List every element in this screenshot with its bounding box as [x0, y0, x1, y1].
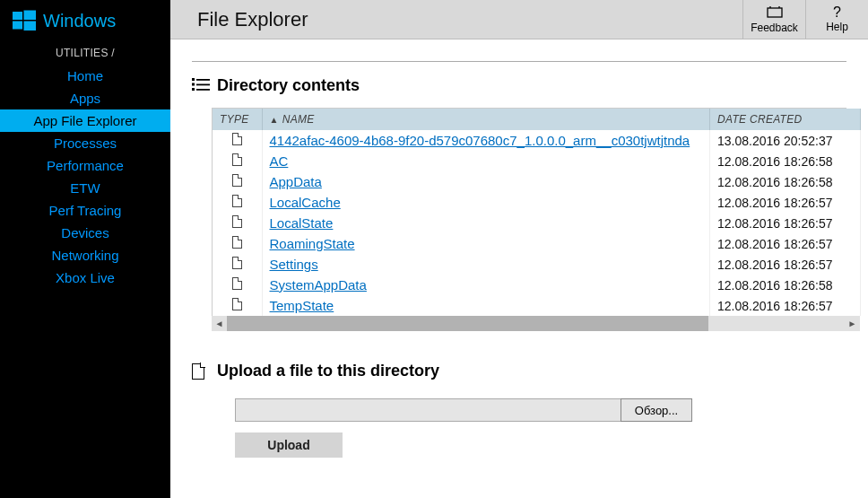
row-name-cell: LocalState — [262, 213, 710, 233]
content: Directory contents TYPE ▲NAME DATE CREAT… — [170, 39, 868, 498]
svg-rect-6 — [196, 79, 210, 81]
brand-logo: Windows — [0, 0, 170, 43]
sort-asc-icon: ▲ — [270, 115, 279, 125]
svg-rect-8 — [196, 84, 210, 86]
file-picker-row: Обзор... — [235, 398, 846, 422]
horizontal-scrollbar[interactable]: ◄ ► — [212, 316, 860, 331]
sidebar-item-xbox-live[interactable]: Xbox Live — [0, 266, 170, 289]
sidebar-item-networking[interactable]: Networking — [0, 244, 170, 266]
row-type-cell — [213, 151, 262, 171]
scroll-track[interactable] — [227, 316, 845, 331]
file-icon — [232, 298, 242, 310]
svg-rect-3 — [24, 22, 37, 31]
row-type-cell — [213, 275, 262, 295]
sidebar-item-etw[interactable]: ETW — [0, 177, 170, 199]
svg-rect-4 — [768, 8, 782, 17]
sidebar-item-app-file-explorer[interactable]: App File Explorer — [0, 109, 170, 132]
sidebar-item-processes[interactable]: Processes — [0, 132, 170, 154]
file-icon — [232, 174, 242, 187]
col-type-header[interactable]: TYPE — [213, 109, 262, 130]
upload-heading: Upload a file to this directory — [192, 362, 846, 380]
folder-link[interactable]: TempState — [270, 298, 334, 313]
table-row: SystemAppData12.08.2016 18:26:58 — [213, 275, 861, 295]
row-date-cell: 12.08.2016 18:26:58 — [710, 171, 861, 192]
file-table-wrap: TYPE ▲NAME DATE CREATED 4142afac-4609-4b… — [212, 108, 846, 316]
file-icon — [232, 153, 242, 166]
sidebar-nav: HomeAppsApp File ExplorerProcessesPerfor… — [0, 65, 170, 289]
document-icon — [192, 363, 204, 380]
table-row: AppData12.08.2016 18:26:58 — [213, 171, 861, 192]
sidebar-item-performance[interactable]: Performance — [0, 154, 170, 177]
row-name-cell: AppData — [262, 171, 710, 192]
row-date-cell: 12.08.2016 18:26:58 — [710, 275, 861, 295]
row-date-cell: 12.08.2016 18:26:57 — [710, 192, 861, 213]
svg-rect-2 — [13, 22, 22, 30]
row-type-cell — [213, 171, 262, 192]
file-icon — [232, 257, 242, 269]
table-row: LocalCache12.08.2016 18:26:57 — [213, 192, 861, 213]
table-row: RoamingState12.08.2016 18:26:57 — [213, 233, 861, 254]
folder-link[interactable]: LocalCache — [270, 195, 341, 210]
table-row: 4142afac-4609-4b68-9f20-d579c07680c7_1.0… — [213, 130, 861, 151]
table-row: TempState12.08.2016 18:26:57 — [213, 295, 861, 316]
scroll-right-icon[interactable]: ► — [845, 316, 860, 331]
svg-rect-10 — [196, 89, 210, 91]
row-date-cell: 12.08.2016 18:26:57 — [710, 213, 861, 233]
feedback-button[interactable]: Feedback — [742, 0, 805, 39]
sidebar-section-label: UTILITIES / — [0, 43, 170, 65]
upload-button[interactable]: Upload — [235, 432, 343, 458]
folder-link[interactable]: RoamingState — [270, 236, 355, 251]
svg-rect-7 — [192, 83, 195, 86]
row-date-cell: 12.08.2016 18:26:57 — [710, 233, 861, 254]
row-name-cell: LocalCache — [262, 192, 710, 213]
table-row: Settings12.08.2016 18:26:57 — [213, 254, 861, 275]
folder-link[interactable]: LocalState — [270, 215, 334, 231]
folder-link[interactable]: AC — [270, 153, 289, 169]
row-date-cell: 12.08.2016 18:26:57 — [710, 254, 861, 275]
sidebar-item-home[interactable]: Home — [0, 65, 170, 87]
sidebar-item-devices[interactable]: Devices — [0, 222, 170, 244]
file-icon — [232, 236, 242, 249]
row-type-cell — [213, 295, 262, 316]
svg-rect-5 — [192, 78, 195, 81]
row-name-cell: 4142afac-4609-4b68-9f20-d579c07680c7_1.0… — [262, 130, 710, 151]
table-row: LocalState12.08.2016 18:26:57 — [213, 213, 861, 233]
help-button[interactable]: ? Help — [805, 0, 868, 39]
row-type-cell — [213, 233, 262, 254]
divider — [192, 61, 846, 62]
scroll-thumb[interactable] — [227, 316, 708, 331]
sidebar-item-perf-tracing[interactable]: Perf Tracing — [0, 199, 170, 222]
row-type-cell — [213, 192, 262, 213]
file-path-display — [235, 398, 621, 422]
row-date-cell: 12.08.2016 18:26:57 — [710, 295, 861, 316]
col-date-header[interactable]: DATE CREATED — [710, 109, 861, 130]
browse-button[interactable]: Обзор... — [621, 398, 692, 422]
brand-name: Windows — [43, 11, 116, 31]
topbar: File Explorer Feedback ? Help — [170, 0, 868, 39]
help-icon: ? — [833, 5, 841, 20]
sidebar-item-apps[interactable]: Apps — [0, 87, 170, 109]
scroll-left-icon[interactable]: ◄ — [212, 316, 227, 331]
row-type-cell — [213, 213, 262, 233]
row-date-cell: 12.08.2016 18:26:58 — [710, 151, 861, 171]
row-name-cell: SystemAppData — [262, 275, 710, 295]
svg-rect-0 — [13, 12, 22, 20]
folder-link[interactable]: AppData — [270, 174, 322, 189]
row-type-cell — [213, 130, 262, 151]
row-name-cell: Settings — [262, 254, 710, 275]
col-name-header[interactable]: ▲NAME — [262, 109, 710, 130]
sidebar: Windows UTILITIES / HomeAppsApp File Exp… — [0, 0, 170, 498]
upload-section: Upload a file to this directory Обзор...… — [192, 362, 846, 458]
folder-link[interactable]: SystemAppData — [270, 277, 367, 293]
main-area: File Explorer Feedback ? Help Directory … — [170, 0, 868, 498]
row-type-cell — [213, 254, 262, 275]
directory-contents-title: Directory contents — [217, 76, 360, 95]
file-table: TYPE ▲NAME DATE CREATED 4142afac-4609-4b… — [213, 109, 861, 316]
upload-title: Upload a file to this directory — [217, 362, 439, 380]
feedback-label: Feedback — [751, 22, 798, 34]
svg-rect-1 — [24, 11, 37, 21]
folder-link[interactable]: 4142afac-4609-4b68-9f20-d579c07680c7_1.0… — [270, 133, 690, 148]
row-name-cell: AC — [262, 151, 710, 171]
folder-link[interactable]: Settings — [270, 257, 318, 272]
feedback-icon — [767, 5, 783, 21]
